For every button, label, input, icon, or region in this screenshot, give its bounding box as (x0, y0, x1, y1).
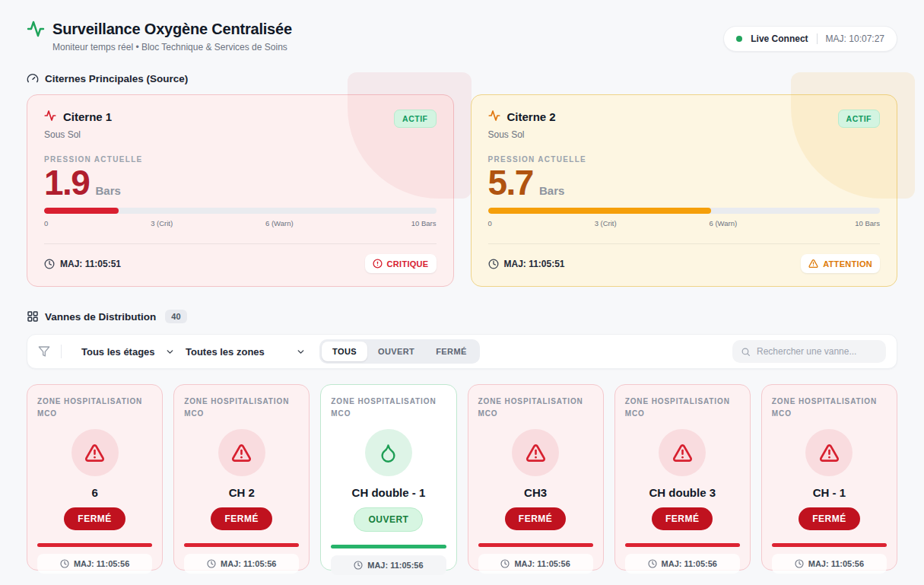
tank-card-citerne-2: Citerne 2 Sous Sol ACTIF PRESSION ACTUEL… (471, 94, 898, 287)
valve-status-pill: FERMÉ (652, 507, 713, 530)
valve-card[interactable]: ZONE HOSPITALISATION MCO CH3 FERMÉ MAJ: … (468, 384, 604, 571)
valve-name: CH - 1 (772, 486, 887, 499)
clock-icon (648, 559, 657, 568)
valve-state-circle (218, 429, 265, 476)
clock-icon (60, 559, 69, 568)
page-title: Surveillance Oxygène Centralisée (52, 21, 292, 38)
search-box (732, 340, 886, 363)
alert-triangle-icon (819, 443, 840, 463)
zone-filter-value: Toutes les zones (186, 346, 265, 358)
filter-funnel-icon[interactable] (38, 345, 50, 358)
alert-badge: CRITIQUE (365, 254, 437, 273)
valve-status-bar (478, 543, 593, 547)
page-subtitle: Moniteur temps réel • Bloc Technique & S… (52, 42, 292, 52)
activity-icon (27, 20, 45, 38)
valve-zone-label: ZONE HOSPITALISATION MCO (478, 396, 593, 419)
valve-status-bar (772, 543, 887, 547)
valve-updated-time: MAJ: 11:05:56 (74, 559, 129, 568)
valve-updated-time: MAJ: 11:05:56 (514, 559, 570, 568)
valve-zone-label: ZONE HOSPITALISATION MCO (625, 396, 740, 419)
floor-filter-dropdown[interactable]: Tous les étages (72, 346, 175, 358)
pressure-gauge-fill (44, 208, 119, 214)
gauge-scale: 0 3 (Crit) 6 (Warn) 10 Bars (44, 219, 437, 228)
valve-updated-pill: MAJ: 11:05:56 (478, 554, 593, 574)
search-input[interactable] (757, 346, 878, 357)
valve-status-bar (184, 543, 299, 547)
gauge-icon (27, 72, 39, 84)
valve-status-pill: OUVERT (354, 507, 423, 532)
scale-tick: 10 Bars (855, 219, 880, 227)
alert-badge: ATTENTION (801, 254, 880, 273)
divider (44, 243, 437, 244)
clock-icon (500, 559, 510, 568)
chevron-down-icon (296, 347, 306, 357)
floor-filter-value: Tous les étages (81, 346, 155, 358)
filter-bar: Tous les étages Toutes les zones TOUS OU… (27, 334, 897, 369)
valve-state-circle (805, 429, 853, 476)
pressure-unit: Bars (95, 184, 120, 200)
valve-state-circle (365, 429, 412, 476)
valve-updated-pill: MAJ: 11:05:56 (625, 554, 740, 574)
valve-card[interactable]: ZONE HOSPITALISATION MCO CH double - 1 O… (320, 384, 456, 571)
divider (61, 345, 62, 358)
scale-tick: 0 (488, 219, 492, 227)
valve-card[interactable]: ZONE HOSPITALISATION MCO CH double 3 FER… (614, 384, 751, 571)
pressure-gauge-track (488, 208, 881, 214)
valve-updated-time: MAJ: 11:05:56 (662, 559, 717, 568)
valve-updated-time: MAJ: 11:05:56 (808, 559, 864, 568)
clock-icon (795, 559, 804, 568)
valve-state-circle (512, 429, 559, 476)
alert-label: ATTENTION (823, 259, 872, 269)
valve-zone-label: ZONE HOSPITALISATION MCO (37, 396, 152, 419)
segment-tous[interactable]: TOUS (322, 342, 367, 361)
valves-section-header: Vannes de Distribution 40 (27, 310, 897, 323)
tank-location: Sous Sol (44, 129, 112, 140)
clock-icon (354, 561, 363, 570)
valve-card[interactable]: ZONE HOSPITALISATION MCO CH 2 FERMÉ MAJ:… (173, 384, 310, 571)
valve-updated-pill: MAJ: 11:05:56 (772, 554, 887, 574)
status-badge: ACTIF (394, 110, 436, 128)
tank-name: Citerne 2 (507, 110, 556, 123)
valve-status-pill: FERMÉ (64, 507, 125, 530)
scale-tick: 3 (Crit) (151, 219, 173, 227)
pressure-gauge-track (44, 208, 437, 214)
live-dot-icon (736, 36, 742, 42)
valve-state-circle (71, 429, 119, 476)
valve-name: 6 (37, 486, 152, 499)
valve-status-pill: FERMÉ (505, 507, 567, 530)
valve-zone-label: ZONE HOSPITALISATION MCO (331, 396, 446, 419)
valve-updated-pill: MAJ: 11:05:56 (331, 555, 446, 575)
pressure-gauge-fill (488, 208, 712, 214)
valve-status-pill: FERMÉ (211, 507, 272, 530)
valve-status-bar (37, 543, 152, 547)
valve-name: CH3 (478, 486, 593, 499)
tanks-section-header: Citernes Principales (Source) (27, 72, 897, 84)
pressure-value: 1.9 (44, 165, 89, 200)
valves-section-title: Vannes de Distribution (45, 311, 156, 323)
alert-triangle-icon (84, 443, 105, 463)
zone-filter-dropdown[interactable]: Toutes les zones (186, 346, 306, 358)
droplet-icon (378, 443, 398, 463)
tank-name: Citerne 1 (63, 110, 112, 123)
tank-card-citerne-1: Citerne 1 Sous Sol ACTIF PRESSION ACTUEL… (27, 94, 454, 287)
tank-grid: Citerne 1 Sous Sol ACTIF PRESSION ACTUEL… (27, 94, 897, 287)
tank-updated-time: MAJ: 11:05:51 (504, 259, 565, 269)
tank-location: Sous Sol (488, 129, 556, 140)
pressure-label: PRESSION ACTUELLE (488, 155, 881, 164)
divider (817, 33, 818, 44)
segment-ouvert[interactable]: OUVERT (367, 342, 425, 361)
pressure-unit: Bars (539, 184, 564, 200)
pulse-icon (44, 110, 56, 124)
status-badge: ACTIF (838, 110, 880, 128)
valve-status-bar (625, 543, 740, 547)
tank-updated-time: MAJ: 11:05:51 (60, 259, 121, 269)
divider (488, 243, 881, 244)
segment-ferme[interactable]: FERMÉ (425, 342, 478, 361)
valve-card[interactable]: ZONE HOSPITALISATION MCO CH - 1 FERMÉ MA… (761, 384, 897, 571)
alert-triangle-icon (526, 443, 546, 463)
valve-card[interactable]: ZONE HOSPITALISATION MCO 6 FERMÉ MAJ: 11… (27, 384, 163, 571)
live-updated-time: MAJ: 10:07:27 (826, 33, 884, 44)
oxygen-dashboard: Surveillance Oxygène Centralisée Moniteu… (0, 0, 924, 571)
valve-updated-pill: MAJ: 11:05:56 (184, 554, 299, 574)
pressure-value: 5.7 (488, 165, 533, 200)
